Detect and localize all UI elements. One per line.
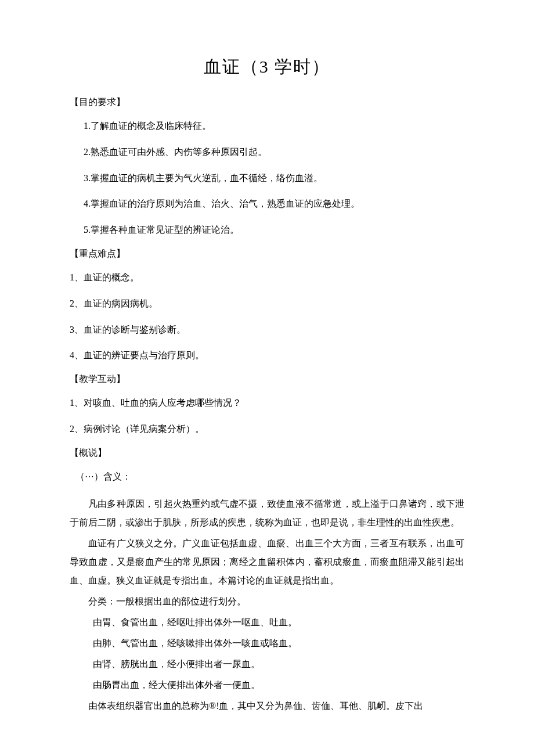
keypoint-item: 1、血证的概念。: [70, 269, 464, 286]
interaction-item: 1、对咳血、吐血的病人应考虑哪些情况？: [70, 395, 464, 412]
classification-item: 由肠胃出血，经大便排出体外者一便血。: [70, 676, 464, 694]
classification-item: 由肾、膀胱出血，经小便排出者一尿血。: [70, 655, 464, 674]
classification-item: 由体表组织器官出血的总称为®!血，其中又分为鼻侐、齿侐、耳他、肌衂。皮下出: [70, 697, 464, 715]
keypoint-item: 3、血证的诊断与鉴别诊断。: [70, 322, 464, 339]
keypoint-item: 2、血证的病因病机。: [70, 296, 464, 312]
classification-item: 由胃、食管出血，经呕吐排出体外一呕血、吐血。: [70, 613, 464, 632]
objectives-header: 【目的要求】: [70, 96, 464, 109]
interaction-item: 2、病例讨论（详见病案分析）。: [70, 421, 464, 438]
paragraph: 凡由多种原因，引起火热重灼或气虚不摄，致使血液不循常道，或上溢于口鼻诸窍，或下泄…: [70, 495, 464, 532]
paragraph: 血证有广义狭义之分。广义血证包括血虚、血瘀、出血三个大方面，三者互有联系，出血可…: [70, 534, 464, 590]
objective-item: 4.掌握血证的治疗原则为治血、治火、治气，熟悉血证的应急处理。: [70, 196, 464, 213]
classification-item: 由肺、气管出血，经咳嗽排出体外一咳血或咯血。: [70, 634, 464, 653]
keypoints-header: 【重点难点】: [70, 248, 464, 260]
interaction-header: 【教学互动】: [70, 373, 464, 386]
meaning-header: （⋯）含义：: [70, 469, 464, 485]
overview-header: 【概说】: [70, 447, 464, 459]
objective-item: 5.掌握各种血证常见证型的辨证论治。: [70, 222, 464, 239]
objective-item: 3.掌握血证的病机主要为气火逆乱，血不循经，络伤血溢。: [70, 170, 464, 187]
classification-header: 分类：一般根据出血的部位进行划分。: [70, 592, 464, 611]
page-title: 血证（3 学时）: [70, 55, 464, 79]
objective-item: 2.熟悉血证可由外感、内伤等多种原因引起。: [70, 144, 464, 161]
objective-item: 1.了解血证的概念及临床特征。: [70, 118, 464, 135]
keypoint-item: 4、血证的辨证要点与治疗原则。: [70, 347, 464, 364]
